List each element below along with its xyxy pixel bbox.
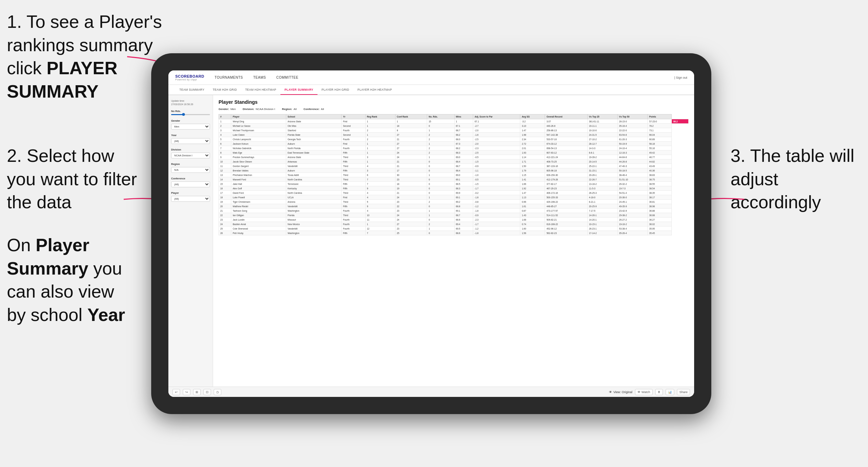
table-cell: 38.35: [648, 191, 672, 195]
table-row[interactable]: 8Mats EgeEast Tennessee StateFifth124268…: [219, 151, 689, 155]
table-row[interactable]: 7Nicholas GabrelcikNorth FloridaFourth12…: [219, 146, 689, 151]
table-row[interactable]: 22Ian GilliganFloridaThird1024168.7-0.91…: [219, 213, 689, 218]
player-select[interactable]: (All): [171, 196, 210, 202]
table-cell: 68.3: [454, 186, 473, 191]
table-row[interactable]: 13Phichaksn MaichonTexas A&MThird630169.…: [219, 173, 689, 177]
undo-button[interactable]: ↩: [173, 389, 180, 395]
table-cell: 44.82: [648, 159, 672, 164]
table-cell: Fifth: [342, 182, 365, 186]
table-row[interactable]: 25Cole SherwoodVanderbiltFourth1223169.5…: [219, 226, 689, 231]
subnav-team-h2h-heatmap[interactable]: TEAM H2H HEATMAP: [241, 85, 280, 95]
table-row[interactable]: 3Michael ThorbjornsenStanfordFourth28168…: [219, 128, 689, 133]
table-row[interactable]: 19Tiger ChristensenArizonaThird523269.2-…: [219, 200, 689, 204]
col-yr: Yr: [342, 114, 365, 119]
table-cell: 1: [219, 119, 231, 124]
table-cell: Third: [342, 213, 365, 218]
table-cell: 23: [395, 209, 427, 213]
no-rds-slider[interactable]: [171, 114, 210, 115]
table-cell: Michael Le Sasso: [231, 124, 286, 128]
region-select[interactable]: N/A: [171, 167, 210, 173]
subnav-team-summary[interactable]: TEAM SUMMARY: [175, 85, 209, 95]
table-row[interactable]: 18Luke PowellUCLAFirst424169.1-1.81.1350…: [219, 195, 689, 200]
subnav-player-summary[interactable]: PLAYER SUMMARY: [280, 85, 318, 95]
redo-button[interactable]: ↪: [183, 389, 190, 395]
table-cell: 1.61: [520, 204, 545, 209]
table-cell: 35.45: [648, 231, 672, 235]
division-select[interactable]: NCAA Division I: [171, 153, 210, 158]
main-content: Update time: 27/03/2024 16:56:26 No Rds.…: [168, 95, 694, 387]
table-row[interactable]: 11Gordon SargentVanderbiltThird421068.7-…: [219, 164, 689, 168]
table-row[interactable]: 21Taehoon SongWashingtonFourth423169.1-1…: [219, 209, 689, 213]
table-cell: New Mexico: [286, 222, 342, 226]
table-cell: Luke Powell: [231, 195, 286, 200]
subnav-player-h2h-grid[interactable]: PLAYER H2H GRID: [318, 85, 353, 95]
view-original[interactable]: 👁 View: Original: [609, 390, 632, 394]
table-cell: Tennessee: [286, 182, 342, 186]
clock-button[interactable]: ◷: [214, 389, 221, 395]
nav-item-tournaments[interactable]: TOURNAMENTS: [214, 74, 243, 81]
table-row[interactable]: 9Preston SummerhaysArizona StateThird324…: [219, 155, 689, 159]
share-button[interactable]: Share: [677, 389, 690, 395]
table-row[interactable]: 17David FordNorth CarolinaThird421069.9-…: [219, 191, 689, 195]
table-cell: North Carolina: [286, 177, 342, 182]
table-cell: 21: [395, 159, 427, 164]
table-cell: 14-26-1: [587, 213, 617, 218]
table-cell: 50-19-9: [617, 142, 648, 146]
filter-region: Region: All: [282, 108, 297, 111]
table-cell: 68.5: [454, 182, 473, 186]
subnav-player-h2h-heatmap[interactable]: PLAYER H2H HEATMAP: [353, 85, 396, 95]
conference-select[interactable]: (All): [171, 181, 210, 187]
table-cell: 0: [427, 177, 454, 182]
table-cell: 412-221-24: [545, 155, 587, 159]
table-cell: Arizona State: [286, 155, 342, 159]
table-row[interactable]: 2Michael Le SassoOle MissSecond118067.1-…: [219, 124, 689, 128]
table-row[interactable]: 24Bastien AmatNew MexicoFourth127269.4-1…: [219, 222, 689, 226]
table-cell: 1: [454, 119, 473, 124]
table-cell: 69.5: [454, 226, 473, 231]
table-cell: 69.0: [454, 173, 473, 177]
table-row[interactable]: 20Matthew RiedelVanderbiltFifth922068.8-…: [219, 204, 689, 209]
table-cell: 1: [365, 146, 395, 151]
year-section: Year (All): [171, 134, 210, 144]
table-cell: 26-32-2: [617, 182, 648, 186]
table-row[interactable]: 14Maxwell FordNorth CarolinaThird723069.…: [219, 177, 689, 182]
table-cell: Alex Goff: [231, 186, 286, 191]
table-row[interactable]: 6Jackson KoivunAuburnFirst127167.3-2.02.…: [219, 142, 689, 146]
table-row[interactable]: 4Luke ClatonFlorida StateSecond127268.2-…: [219, 133, 689, 137]
nav-item-teams[interactable]: TEAMS: [253, 74, 266, 81]
table-row[interactable]: 16Alex GoffKentuckyFifth919068.3-1.71.92…: [219, 186, 689, 191]
table-cell: 605-96-18: [545, 168, 587, 173]
table-row[interactable]: 1Wenyi DingArizona StateFirst1115167.1-3…: [219, 119, 689, 124]
chart-button[interactable]: 📊: [666, 389, 674, 395]
watch-button[interactable]: 👁 Watch: [635, 389, 653, 395]
table-cell: 43.49: [648, 164, 672, 168]
table-cell: 3: [219, 128, 231, 133]
gender-select[interactable]: Men: [171, 124, 210, 130]
table-cell: 44-26-8: [617, 159, 648, 164]
table-cell: 23: [395, 177, 427, 182]
subnav-team-h2h-grid[interactable]: TEAM H2H GRID: [209, 85, 241, 95]
table-cell: 19-11-1: [587, 124, 617, 128]
table-cell: Third: [342, 173, 365, 177]
table-row[interactable]: 10Jacob Skov OlesenArkansasFifth121068.4…: [219, 159, 689, 164]
export-button[interactable]: ⬆: [655, 389, 663, 395]
table-row[interactable]: 23Jack LundinMissouriFourth1124068.6-2.3…: [219, 218, 689, 222]
table-cell: 19-16-2: [617, 222, 648, 226]
table-cell: 1.15: [520, 173, 545, 177]
nav-item-committee[interactable]: COMMITTEE: [276, 74, 299, 81]
table-cell: 0.87: [520, 209, 545, 213]
filter-division: Division: NCAA Division I: [243, 108, 275, 111]
table-cell: 21: [395, 137, 427, 142]
table-cell: Brendan Valdes: [231, 168, 286, 173]
table-cell: 7-17-5: [587, 209, 617, 213]
table-row[interactable]: 26Petr HrubyWashingtonFifth725068.6-1.81…: [219, 231, 689, 235]
grid-button[interactable]: ⊡: [203, 389, 211, 395]
table-row[interactable]: 5Christo LamprechtGeorgia TechFourth2212…: [219, 137, 689, 142]
table-row[interactable]: 15Jake HallTennesseeFifth718068.5-1.51.6…: [219, 182, 689, 186]
copy-button[interactable]: ⊞: [193, 389, 201, 395]
year-select[interactable]: (All): [171, 138, 210, 144]
table-cell: 27: [395, 142, 427, 146]
table-cell: Arizona State: [286, 119, 342, 124]
table-cell: 24: [219, 222, 231, 226]
table-row[interactable]: 12Brendan ValdesAuburnFifth317068.4-1.11…: [219, 168, 689, 173]
